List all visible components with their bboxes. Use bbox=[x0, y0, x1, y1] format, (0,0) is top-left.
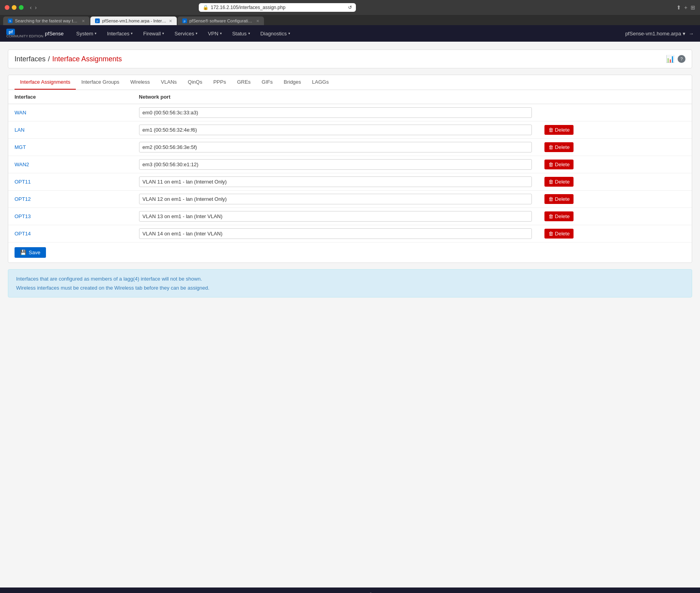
interface-link-2[interactable]: MGT bbox=[15, 144, 26, 150]
tab-wireless[interactable]: Wireless bbox=[125, 75, 156, 90]
tab-close-0[interactable]: ✕ bbox=[82, 19, 85, 23]
interface-link-6[interactable]: OPT13 bbox=[15, 213, 31, 219]
nav-firewall[interactable]: Firewall ▾ bbox=[138, 28, 169, 40]
chevron-down-icon: ▾ bbox=[95, 31, 97, 35]
tab-qinqs[interactable]: QinQs bbox=[182, 75, 208, 90]
table-row: OPT14VLAN 14 on em1 - lan (Inter VLAN)🗑 … bbox=[8, 225, 692, 242]
port-select-6[interactable]: VLAN 13 on em1 - lan (Inter VLAN) bbox=[139, 211, 532, 222]
chevron-down-icon: ▾ bbox=[683, 31, 685, 37]
actions-cell-5: 🗑 Delete bbox=[538, 191, 692, 208]
port-cell-5: VLAN 12 on em1 - lan (Internet Only) bbox=[133, 191, 538, 208]
delete-button-4[interactable]: 🗑 Delete bbox=[544, 177, 574, 187]
port-select-4[interactable]: VLAN 11 on em1 - lan (Internet Only) bbox=[139, 176, 532, 187]
interface-link-1[interactable]: LAN bbox=[15, 127, 24, 133]
col-interface: Interface bbox=[8, 90, 133, 104]
tab-label-0: Searching for the fastest way to isolate… bbox=[15, 18, 79, 23]
card-tabs: Interface Assignments Interface Groups W… bbox=[8, 75, 692, 90]
tab-interface-groups[interactable]: Interface Groups bbox=[76, 75, 125, 90]
hostname-menu[interactable]: pfSense-vm1.home.arpa ▾ bbox=[625, 31, 685, 37]
delete-button-6[interactable]: 🗑 Delete bbox=[544, 211, 574, 221]
port-select-0[interactable]: em0 (00:50:56:3c:33:a3) bbox=[139, 107, 532, 118]
interface-link-0[interactable]: WAN bbox=[15, 110, 26, 116]
lock-icon: 🔒 bbox=[203, 5, 209, 10]
actions-cell-4: 🗑 Delete bbox=[538, 173, 692, 191]
port-cell-7: VLAN 14 on em1 - lan (Inter VLAN) bbox=[133, 225, 538, 242]
delete-button-3[interactable]: 🗑 Delete bbox=[544, 160, 574, 169]
interface-cell-1: LAN bbox=[8, 121, 133, 139]
minimize-button[interactable] bbox=[12, 5, 16, 10]
main-card: Interface Assignments Interface Groups W… bbox=[8, 75, 692, 263]
actions-cell-1: 🗑 Delete bbox=[538, 121, 692, 139]
tab-bridges[interactable]: Bridges bbox=[278, 75, 306, 90]
tab-laggs[interactable]: LAGGs bbox=[306, 75, 334, 90]
delete-button-7[interactable]: 🗑 Delete bbox=[544, 229, 574, 239]
chart-icon[interactable]: 📊 bbox=[666, 55, 674, 63]
main-nav: System ▾ Interfaces ▾ Firewall ▾ Service… bbox=[71, 28, 295, 40]
port-cell-1: em1 (00:50:56:32:4e:f6) bbox=[133, 121, 538, 139]
grid-icon[interactable]: ⊞ bbox=[691, 4, 695, 11]
address-bar[interactable]: 🔒 172.16.2.105/interfaces_assign.php ↺ bbox=[199, 3, 356, 12]
interface-link-4[interactable]: OPT11 bbox=[15, 179, 31, 185]
url-text[interactable]: 172.16.2.105/interfaces_assign.php bbox=[211, 5, 286, 10]
port-cell-0: em0 (00:50:56:3c:33:a3) bbox=[133, 104, 538, 121]
tab-favicon-0: S bbox=[8, 18, 13, 23]
chevron-down-icon: ▾ bbox=[248, 31, 250, 35]
tab-close-1[interactable]: ✕ bbox=[169, 19, 172, 23]
back-button[interactable]: ‹ bbox=[30, 4, 32, 11]
breadcrumb: Interfaces / Interface Assignments 📊 ? bbox=[8, 50, 692, 68]
nav-diagnostics[interactable]: Diagnostics ▾ bbox=[256, 28, 295, 40]
breadcrumb-parent: Interfaces bbox=[15, 55, 46, 63]
port-select-2[interactable]: em2 (00:50:56:36:3e:5f) bbox=[139, 142, 532, 152]
browser-navigation: ‹ › bbox=[30, 4, 37, 11]
tab-vlans[interactable]: VLANs bbox=[156, 75, 182, 90]
table-row: MGTem2 (00:50:56:36:3e:5f)🗑 Delete bbox=[8, 139, 692, 156]
port-select-7[interactable]: VLAN 14 on em1 - lan (Inter VLAN) bbox=[139, 228, 532, 239]
interface-link-3[interactable]: WAN2 bbox=[15, 162, 29, 167]
logout-icon[interactable]: → bbox=[689, 31, 694, 37]
tab-favicon-1: p bbox=[95, 18, 100, 23]
forward-button[interactable]: › bbox=[35, 4, 37, 11]
hostname-text: pfSense-vm1.home.arpa bbox=[625, 31, 681, 37]
browser-tab-2[interactable]: p pfSense® software Configuration Recipe… bbox=[178, 17, 264, 25]
delete-button-1[interactable]: 🗑 Delete bbox=[544, 125, 574, 135]
actions-cell-0 bbox=[538, 104, 692, 121]
port-select-1[interactable]: em1 (00:50:56:32:4e:f6) bbox=[139, 125, 532, 135]
tab-gres[interactable]: GREs bbox=[231, 75, 256, 90]
nav-services[interactable]: Services ▾ bbox=[170, 28, 202, 40]
browser-tab-1[interactable]: p pfSense-vm1.home.arpa - Interfaces: In… bbox=[90, 17, 177, 25]
table-row: OPT13VLAN 13 on em1 - lan (Inter VLAN)🗑 … bbox=[8, 208, 692, 225]
nav-status[interactable]: Status ▾ bbox=[227, 28, 255, 40]
save-button[interactable]: 💾 Save bbox=[15, 247, 46, 258]
port-select-5[interactable]: VLAN 12 on em1 - lan (Internet Only) bbox=[139, 194, 532, 204]
close-button[interactable] bbox=[5, 5, 9, 10]
fullscreen-button[interactable] bbox=[19, 5, 24, 10]
delete-button-5[interactable]: 🗑 Delete bbox=[544, 194, 574, 204]
chevron-down-icon: ▾ bbox=[288, 31, 290, 35]
nav-vpn[interactable]: VPN ▾ bbox=[203, 28, 227, 40]
new-tab-icon[interactable]: + bbox=[684, 4, 687, 11]
tab-ppps[interactable]: PPPs bbox=[208, 75, 232, 90]
nav-interfaces[interactable]: Interfaces ▾ bbox=[102, 28, 137, 40]
interface-link-7[interactable]: OPT14 bbox=[15, 231, 31, 237]
tab-close-2[interactable]: ✕ bbox=[256, 19, 259, 23]
actions-cell-7: 🗑 Delete bbox=[538, 225, 692, 242]
reload-icon[interactable]: ↺ bbox=[348, 5, 352, 10]
delete-button-2[interactable]: 🗑 Delete bbox=[544, 142, 574, 152]
nav-system[interactable]: System ▾ bbox=[71, 28, 101, 40]
tab-gifs[interactable]: GIFs bbox=[256, 75, 278, 90]
traffic-lights bbox=[5, 5, 24, 10]
help-icon[interactable]: ? bbox=[678, 55, 685, 63]
share-icon[interactable]: ⬆ bbox=[676, 4, 681, 11]
browser-tab-0[interactable]: S Searching for the fastest way to isola… bbox=[3, 17, 90, 25]
tab-interface-assignments[interactable]: Interface Assignments bbox=[15, 75, 76, 90]
info-box: Interfaces that are configured as member… bbox=[8, 269, 692, 297]
port-select-3[interactable]: em3 (00:50:56:30:e1:12) bbox=[139, 159, 532, 170]
table-row: OPT11VLAN 11 on em1 - lan (Internet Only… bbox=[8, 173, 692, 191]
actions-cell-2: 🗑 Delete bbox=[538, 139, 692, 156]
tab-label-2: pfSense® software Configuration Recipes … bbox=[189, 18, 254, 23]
actions-cell-6: 🗑 Delete bbox=[538, 208, 692, 225]
pfsense-logo: pf COMMUNITY EDITION pfSense bbox=[6, 29, 64, 38]
port-cell-2: em2 (00:50:56:36:3e:5f) bbox=[133, 139, 538, 156]
interface-link-5[interactable]: OPT12 bbox=[15, 196, 31, 202]
breadcrumb-separator: / bbox=[48, 55, 50, 63]
